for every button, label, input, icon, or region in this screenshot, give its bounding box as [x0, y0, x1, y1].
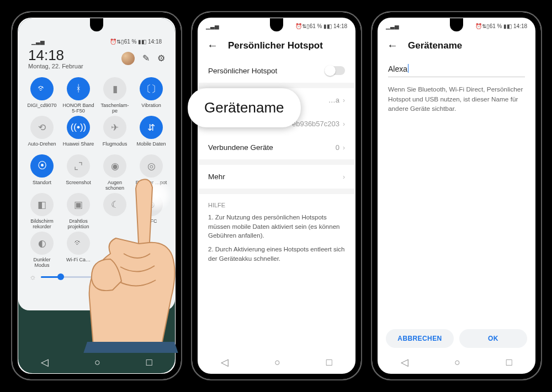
tile-vibrate[interactable]: 〔〕Vibration [133, 77, 169, 115]
nav-recent-icon[interactable]: □ [326, 357, 332, 368]
ok-button[interactable]: OK [459, 329, 527, 348]
dark-icon: ◐ [30, 232, 54, 255]
tile-data[interactable]: ⇵Mobile Daten [133, 116, 169, 153]
nav-home-icon[interactable]: ○ [454, 357, 460, 368]
row-hotspot-toggle[interactable]: Persönlicher Hotspot [198, 58, 355, 83]
nav-back-icon[interactable]: ◁ [221, 356, 229, 368]
avatar[interactable] [121, 52, 135, 65]
row-connected-devices[interactable]: Verbundene Geräte 0› [198, 136, 355, 159]
tile-plane[interactable]: ✈Flugmodus [97, 116, 133, 153]
toggle-off-icon[interactable] [325, 66, 345, 75]
tile-dark[interactable]: ◐Dunkler Modus [24, 232, 60, 269]
callout-bubble: Gerätename [188, 88, 301, 127]
tile-rotate[interactable]: ⟲Auto-Drehen [24, 116, 60, 153]
nav-back-icon[interactable]: ◁ [401, 356, 408, 368]
tile-bt[interactable]: ᚼHONOR Band 5-F50 [60, 77, 97, 115]
value: 0 [336, 143, 339, 152]
clock-time: 14:18 [28, 47, 83, 64]
pin-icon: ⦿ [30, 154, 54, 178]
sshot-icon: ⌞⌝ [67, 154, 90, 178]
sun-low-icon: ☼ [29, 272, 36, 281]
tile-label: Auto-Drehen [28, 141, 56, 153]
input-value: Alexa [388, 65, 407, 73]
phone-device-name: ▁▃▅ ⏰⇅▯61 % ▮◧ 14:18 ← Gerätename Alexa … [371, 11, 542, 380]
tile-wifi[interactable]: ᯤDIGI_cd9070 [24, 77, 60, 115]
tile-hshare[interactable]: ((•))Huawei Share [60, 116, 97, 153]
label: Verbundene Geräte [208, 143, 273, 152]
edit-icon[interactable]: ✎ [142, 53, 150, 63]
tile-label: Wi-Fi Ca… [66, 257, 91, 269]
tile-label: Flugmodus [103, 141, 128, 153]
signal-icon: ▁▃▅ [206, 23, 219, 29]
tile-cast[interactable]: ▣Drahtlos projektion [60, 193, 97, 230]
bt-icon: ᚼ [67, 77, 90, 100]
signal-icon: ▁▃▅ [31, 39, 45, 45]
back-icon[interactable]: ← [387, 39, 398, 52]
tile-label: DIGI_cd9070 [27, 103, 56, 115]
torch-icon: ▮ [103, 77, 126, 100]
tile-label: …FC [146, 218, 157, 230]
phone-hotspot-settings: ▁▃▅ ⏰⇅▯61 % ▮◧ 14:18 ← Persönlicher Hots… [191, 11, 362, 380]
tile-wifi2[interactable]: ᯤWi-Fi Ca… [60, 232, 97, 269]
tile-label: Drahtlos projektion [62, 218, 95, 230]
value: eb936b57c203 [292, 120, 339, 128]
wifi2-icon: ᯤ [67, 232, 90, 255]
tile-label: Standort [33, 180, 51, 192]
eye-icon: ◉ [103, 154, 126, 178]
chevron-right-icon: › [343, 173, 345, 181]
quick-settings-panel: ▁▃▅ ⏰⇅▯61 % ▮◧ 14:18 14:18 Montag, 22. F… [18, 18, 175, 310]
nav-recent-icon[interactable]: □ [506, 357, 512, 368]
tile-label: Dunkler Modus [25, 257, 59, 269]
status-bar: ▁▃▅ ⏰⇅▯61 % ▮◧ 14:18 [24, 34, 169, 47]
nav-recent-icon[interactable]: □ [146, 357, 152, 368]
device-name-input[interactable]: Alexa [388, 61, 525, 77]
hotspot-icon: ◎ [140, 154, 163, 178]
nav-bar: ◁ ○ □ [378, 351, 535, 373]
help-heading: HILFE [198, 194, 355, 212]
quick-toggle-grid: ᯤDIGI_cd9070ᚼHONOR Band 5-F50▮Taschenlam… [24, 77, 169, 269]
status-indicators: ⏰⇅▯61 % ▮◧ 14:18 [110, 39, 162, 45]
help-text-2: 2. Durch Aktivierung eines Hotspots entl… [198, 244, 355, 266]
tile-pin[interactable]: ⦿Standort [24, 154, 60, 192]
rotate-icon: ⟲ [30, 116, 54, 139]
page-title: Persönlicher Hotspot [228, 40, 323, 51]
tile-label: Bildschirm rekorder [25, 218, 59, 230]
phone-quicksettings: ▁▃▅ ⏰⇅▯61 % ▮◧ 14:18 14:18 Montag, 22. F… [11, 11, 182, 380]
help-text-1: 1. Zur Nutzung des persönlichen Hotspots… [198, 212, 355, 244]
gear-icon[interactable]: ⚙ [157, 53, 165, 63]
tile-label: Mobile Daten [136, 141, 166, 153]
tile-label: Vibration [141, 103, 161, 115]
status-indicators: ⏰⇅▯61 % ▮◧ 14:18 [295, 23, 347, 29]
tile-rec[interactable]: ◧Bildschirm rekorder [24, 193, 60, 230]
label: Persönlicher Hotspot [208, 67, 277, 75]
nav-bar: ◁ ○ □ [18, 351, 175, 373]
nav-back-icon[interactable]: ◁ [41, 356, 49, 368]
cancel-button[interactable]: ABBRECHEN [386, 329, 454, 348]
moon-icon: ☾ [103, 193, 126, 216]
hshare-icon: ((•)) [67, 116, 90, 139]
tile-eye[interactable]: ◉Augen schonen [97, 154, 133, 192]
status-indicators: ⏰⇅▯61 % ▮◧ 14:18 [475, 23, 527, 29]
data-icon: ⇵ [140, 116, 163, 139]
tile-sshot[interactable]: ⌞⌝Screenshot [60, 154, 97, 192]
chevron-right-icon: › [343, 120, 345, 128]
value: …a [328, 96, 339, 104]
nav-home-icon[interactable]: ○ [274, 357, 280, 368]
text-cursor [408, 64, 408, 73]
nfc-icon: ⊚ [140, 193, 163, 216]
tile-nfc[interactable]: ⊚…FC [133, 193, 169, 230]
chevron-right-icon: › [343, 96, 345, 104]
clock-date: Montag, 22. Februar [28, 63, 83, 69]
vibrate-icon: 〔〕 [140, 77, 163, 100]
tile-label: HONOR Band 5-F50 [62, 103, 95, 115]
nav-home-icon[interactable]: ○ [94, 357, 100, 368]
tile-hotspot[interactable]: ◎P…cher …pot [133, 154, 169, 192]
wifi-icon: ᯤ [30, 77, 54, 100]
brightness-slider[interactable]: ☼ ☀ [24, 269, 169, 281]
back-icon[interactable]: ← [207, 39, 218, 52]
tile-label: Augen schonen [98, 180, 131, 192]
tile-moon[interactable]: ☾ [97, 193, 133, 230]
rec-icon: ◧ [30, 193, 54, 216]
tile-torch[interactable]: ▮Taschenlam-pe [97, 77, 133, 115]
row-more[interactable]: Mehr › [198, 165, 355, 189]
